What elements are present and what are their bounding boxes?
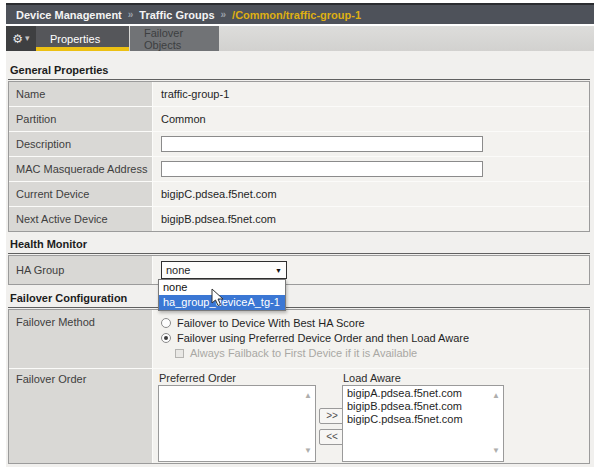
ha-group-selected-value: none xyxy=(166,264,190,276)
always-failback-label: Always Failback to First Device if it is… xyxy=(190,347,417,359)
table-row-failover-order: Failover Order Preferred Order ▲ ▼ >> <<… xyxy=(9,369,589,463)
failover-order-label: Failover Order xyxy=(9,369,153,463)
breadcrumb-traffic-groups[interactable]: Traffic Groups xyxy=(139,9,214,21)
breadcrumb-separator: » xyxy=(221,9,227,20)
health-monitor-table: HA Group none ▼ xyxy=(8,255,590,285)
always-failback-checkbox[interactable] xyxy=(175,349,184,358)
mac-masquerade-input[interactable] xyxy=(161,161,483,177)
options-gear-button[interactable]: ⚙ ▾ xyxy=(6,26,36,51)
tab-failover-objects[interactable]: Failover Objects xyxy=(130,26,219,51)
health-monitor-heading: Health Monitor xyxy=(10,238,87,250)
general-properties-heading: General Properties xyxy=(10,64,108,76)
breadcrumb-separator: » xyxy=(128,9,134,20)
ha-group-label: HA Group xyxy=(9,256,153,284)
table-row-next-active-device: Next Active Device bigipB.pdsea.f5net.co… xyxy=(9,207,589,231)
mouse-cursor-icon xyxy=(211,288,224,307)
name-label: Name xyxy=(9,82,153,106)
breadcrumb-current-traffic-group: /Common/traffic-group-1 xyxy=(232,9,361,21)
tab-failover-objects-label: Failover Objects xyxy=(144,27,205,51)
tab-properties[interactable]: Properties xyxy=(36,26,129,51)
breadcrumb-device-management[interactable]: Device Management xyxy=(16,9,122,21)
table-row-current-device: Current Device bigipC.pdsea.f5net.com xyxy=(9,182,589,207)
failover-method-label: Failover Method xyxy=(9,310,153,368)
preferred-order-title: Preferred Order xyxy=(159,372,236,384)
name-value: traffic-group-1 xyxy=(153,82,589,106)
preferred-order-listbox[interactable]: ▲ ▼ xyxy=(158,385,316,462)
failover-configuration-table: Failover Method Failover to Device With … xyxy=(8,309,590,464)
tab-properties-label: Properties xyxy=(50,33,100,45)
general-properties-table: Name traffic-group-1 Partition Common De… xyxy=(8,81,590,232)
scroll-down-icon[interactable]: ▼ xyxy=(492,447,500,455)
mac-masquerade-label: MAC Masquerade Address xyxy=(9,157,153,181)
radio-preferred-order-load-aware[interactable] xyxy=(161,333,171,343)
description-input[interactable] xyxy=(161,136,483,152)
load-aware-listbox[interactable]: bigipA.pdsea.f5net.com bigipB.pdsea.f5ne… xyxy=(342,385,504,462)
page-content: General Properties Name traffic-group-1 … xyxy=(6,51,594,467)
select-arrow-icon: ▼ xyxy=(275,267,282,274)
table-row-mac-masquerade: MAC Masquerade Address xyxy=(9,157,589,182)
section-divider xyxy=(8,79,590,80)
next-active-device-label: Next Active Device xyxy=(9,207,153,231)
section-divider xyxy=(8,307,590,308)
load-aware-item-bigipC[interactable]: bigipC.pdsea.f5net.com xyxy=(343,413,503,426)
ha-group-select[interactable]: none ▼ xyxy=(161,261,287,279)
radio-best-ha-score[interactable] xyxy=(161,318,171,328)
failover-configuration-heading: Failover Configuration xyxy=(10,292,127,304)
radio-best-ha-score-label: Failover to Device With Best HA Score xyxy=(177,317,365,329)
current-device-value: bigipC.pdsea.f5net.com xyxy=(153,182,589,206)
partition-label: Partition xyxy=(9,107,153,131)
load-aware-item-bigipB[interactable]: bigipB.pdsea.f5net.com xyxy=(343,400,503,413)
scroll-up-icon[interactable]: ▲ xyxy=(492,392,500,400)
table-row-failover-method: Failover Method Failover to Device With … xyxy=(9,310,589,369)
load-aware-item-bigipA[interactable]: bigipA.pdsea.f5net.com xyxy=(343,387,503,400)
scroll-down-icon[interactable]: ▼ xyxy=(304,447,312,455)
gear-icon: ⚙ xyxy=(12,33,23,45)
chevron-down-icon: ▾ xyxy=(25,34,30,43)
current-device-label: Current Device xyxy=(9,182,153,206)
table-row-ha-group: HA Group none ▼ xyxy=(9,256,589,284)
table-row-name: Name traffic-group-1 xyxy=(9,82,589,107)
description-label: Description xyxy=(9,132,153,156)
tab-bar: ⚙ ▾ Properties Failover Objects xyxy=(6,26,594,51)
partition-value: Common xyxy=(153,107,589,131)
breadcrumb: Device Management » Traffic Groups » /Co… xyxy=(6,3,594,24)
next-active-device-value: bigipB.pdsea.f5net.com xyxy=(153,207,589,231)
scroll-up-icon[interactable]: ▲ xyxy=(304,392,312,400)
table-row-description: Description xyxy=(9,132,589,157)
section-divider xyxy=(8,253,590,254)
traffic-group-page: Device Management » Traffic Groups » /Co… xyxy=(0,0,600,473)
load-aware-title: Load Aware xyxy=(343,372,401,384)
radio-preferred-order-load-aware-label: Failover using Preferred Device Order an… xyxy=(177,332,469,344)
table-row-partition: Partition Common xyxy=(9,107,589,132)
